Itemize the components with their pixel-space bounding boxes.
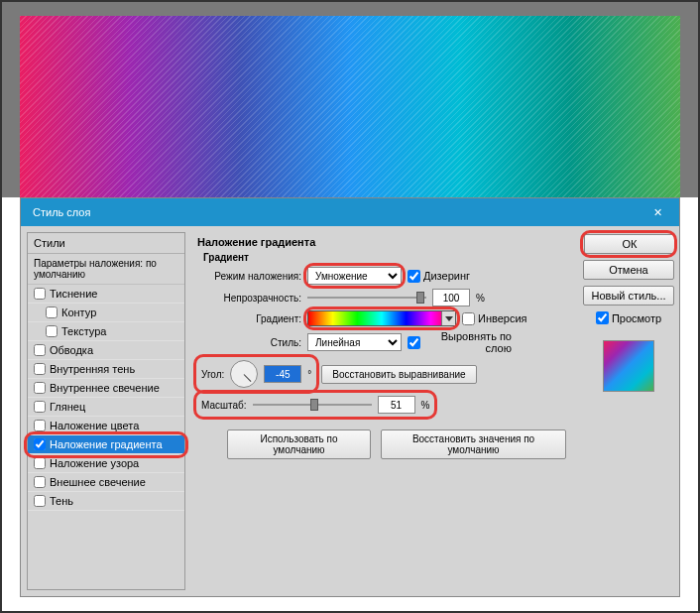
scale-input[interactable] — [378, 396, 415, 414]
gradient-style-select[interactable]: Линейная — [307, 333, 402, 351]
scale-label: Масштаб: — [201, 400, 247, 411]
style-item[interactable]: Наложение узора — [28, 454, 184, 473]
gradient-row: Градиент: Инверсия — [197, 310, 566, 326]
style-item-label: Глянец — [50, 401, 85, 413]
gradient-label: Градиент: — [197, 313, 301, 324]
style-checkbox[interactable] — [34, 363, 46, 375]
style-label: Стиль: — [197, 337, 301, 348]
opacity-input[interactable] — [432, 289, 470, 306]
style-item[interactable]: Текстура — [28, 322, 184, 341]
blend-row: Режим наложения: Умножение Дизеринг — [197, 267, 566, 285]
blend-mode-select[interactable]: Умножение — [307, 267, 402, 285]
align-check[interactable]: Выровнять по слою — [408, 330, 512, 354]
make-default-button[interactable]: Использовать по умолчанию — [227, 429, 371, 459]
styles-sidebar: Стили Параметры наложения: по умолчанию … — [27, 232, 185, 590]
style-item-label: Наложение узора — [50, 457, 139, 469]
angle-input[interactable] — [264, 365, 301, 383]
scale-unit: % — [421, 400, 430, 411]
style-checkbox[interactable] — [34, 476, 46, 488]
style-item[interactable]: Внешнее свечение — [28, 473, 184, 492]
dialog-title: Стиль слоя — [33, 206, 90, 218]
right-column: ОК Отмена Новый стиль... Просмотр — [578, 226, 679, 596]
style-item[interactable]: Внутренняя тень — [28, 360, 184, 379]
new-style-button[interactable]: Новый стиль... — [583, 286, 674, 306]
style-checkbox[interactable] — [34, 438, 46, 450]
style-item-label: Внутреннее свечение — [50, 382, 160, 394]
dither-checkbox[interactable] — [408, 270, 420, 283]
close-button[interactable]: ✕ — [643, 202, 671, 222]
style-item-label: Внешнее свечение — [50, 476, 146, 488]
style-item[interactable]: Тиснение — [28, 285, 184, 304]
style-checkbox[interactable] — [46, 306, 58, 318]
style-item-label: Внутренняя тень — [50, 363, 135, 375]
style-checkbox[interactable] — [34, 401, 46, 413]
style-checkbox[interactable] — [34, 382, 46, 394]
preview-check[interactable]: Просмотр — [596, 311, 661, 324]
sidebar-subheader[interactable]: Параметры наложения: по умолчанию — [28, 254, 184, 285]
style-list: ТиснениеКонтурТекстураОбводкаВнутренняя … — [28, 285, 184, 511]
style-checkbox[interactable] — [34, 495, 46, 507]
reset-default-button[interactable]: Восстановить значения по умолчанию — [381, 429, 566, 459]
dither-check[interactable]: Дизеринг — [408, 270, 512, 283]
chevron-down-icon[interactable] — [441, 311, 455, 325]
layer-style-dialog: Стиль слоя ✕ Стили Параметры наложения: … — [20, 197, 680, 597]
ok-button[interactable]: ОК — [584, 234, 675, 254]
style-item-label: Тиснение — [50, 288, 97, 300]
align-label: Выровнять по слою — [423, 330, 512, 354]
preview-thumbnail — [603, 340, 654, 392]
invert-checkbox[interactable] — [462, 312, 475, 325]
canvas-area — [2, 2, 698, 197]
style-item-label: Наложение цвета — [50, 420, 139, 431]
angle-unit: ° — [307, 369, 311, 380]
style-item-label: Текстура — [61, 325, 106, 337]
sidebar-header[interactable]: Стили — [28, 233, 184, 254]
title-bar: Стиль слоя ✕ — [21, 198, 679, 226]
style-checkbox[interactable] — [34, 288, 46, 300]
close-icon: ✕ — [653, 206, 662, 219]
style-row: Стиль: Линейная Выровнять по слою — [197, 330, 566, 354]
style-item[interactable]: Контур — [28, 304, 184, 322]
style-item[interactable]: Обводка — [28, 341, 184, 360]
cancel-button[interactable]: Отмена — [583, 260, 674, 280]
style-checkbox[interactable] — [34, 344, 46, 356]
style-checkbox[interactable] — [46, 325, 58, 337]
panel-title: Наложение градиента — [197, 236, 566, 248]
style-item[interactable]: Наложение градиента — [28, 435, 184, 454]
reset-alignment-button[interactable]: Восстановить выравнивание — [321, 365, 476, 384]
style-item-label: Обводка — [50, 344, 93, 356]
scale-row: Масштаб: % — [197, 394, 566, 416]
opacity-row: Непрозрачность: % — [197, 289, 566, 306]
blend-label: Режим наложения: — [197, 271, 301, 282]
style-item-label: Контур — [61, 306, 96, 318]
align-checkbox[interactable] — [408, 336, 420, 349]
style-checkbox[interactable] — [34, 420, 46, 431]
scale-slider[interactable] — [253, 398, 372, 412]
style-item[interactable]: Наложение цвета — [28, 417, 184, 435]
angle-label: Угол: — [201, 369, 224, 380]
style-item[interactable]: Глянец — [28, 398, 184, 417]
style-item[interactable]: Внутреннее свечение — [28, 379, 184, 398]
opacity-slider[interactable] — [307, 291, 426, 305]
style-item-label: Тень — [50, 495, 73, 507]
preview-checkbox[interactable] — [596, 311, 609, 324]
preview-label: Просмотр — [612, 312, 661, 324]
opacity-label: Непрозрачность: — [197, 293, 301, 304]
dither-label: Дизеринг — [423, 270, 470, 282]
defaults-row: Использовать по умолчанию Восстановить з… — [197, 429, 566, 459]
style-item-label: Наложение градиента — [50, 438, 163, 450]
dialog-body: Стили Параметры наложения: по умолчанию … — [21, 226, 679, 596]
panel-group: Градиент — [203, 252, 566, 263]
invert-label: Инверсия — [478, 312, 527, 324]
settings-panel: Наложение градиента Градиент Режим налож… — [185, 226, 578, 596]
gradient-picker[interactable] — [307, 310, 456, 326]
angle-row: Угол: ° Восстановить выравнивание — [197, 358, 566, 390]
angle-dial[interactable] — [230, 360, 258, 388]
style-checkbox[interactable] — [34, 457, 46, 469]
style-item[interactable]: Тень — [28, 492, 184, 511]
opacity-unit: % — [476, 293, 485, 304]
canvas-preview — [20, 16, 680, 197]
invert-check[interactable]: Инверсия — [462, 312, 566, 325]
